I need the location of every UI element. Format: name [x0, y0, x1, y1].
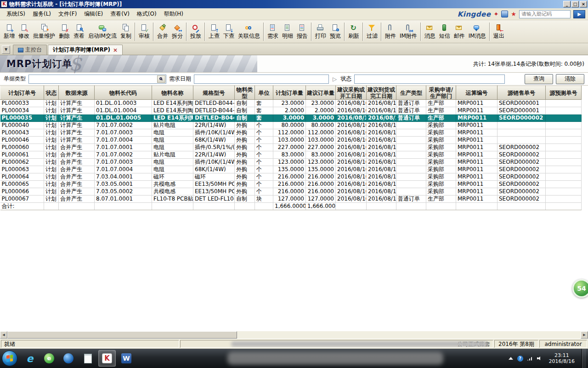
menu-item-5[interactable]: 格式(O) — [133, 9, 160, 19]
toolbar-button-new-doc[interactable]: +新增 — [2, 23, 17, 40]
toolbar-button-print[interactable]: 打印 — [313, 23, 328, 40]
toolbar-button-sms[interactable]: 短信 — [437, 23, 452, 40]
toolbar-button-audit[interactable]: ✓审核 — [137, 23, 152, 40]
mnemonic-go-button[interactable]: ▶ — [573, 10, 585, 18]
doc-type-lookup-button[interactable] — [157, 75, 165, 83]
table-row[interactable]: PL000043计划计算产生7.01.07.0003电阻插件/10K/(1/4W… — [0, 129, 582, 137]
status-input[interactable] — [354, 75, 505, 84]
toolbar-button-attachment[interactable]: 附件 — [383, 23, 398, 40]
column-header[interactable]: 建议订单量 — [306, 86, 336, 100]
menu-item-4[interactable]: 查看(V) — [107, 9, 133, 19]
toolbar-button-release[interactable]: 投放 — [188, 23, 203, 40]
taskbar-item-notepad[interactable] — [79, 350, 96, 367]
toolbar-button-report[interactable]: 报告 — [295, 23, 310, 40]
taskbar-item-ie[interactable]: e — [21, 350, 39, 367]
mnemonic-input[interactable] — [519, 10, 571, 18]
column-header[interactable]: 源销售单号 — [498, 86, 546, 100]
volume-icon[interactable] — [537, 356, 542, 361]
favorite-icon[interactable]: ★ — [511, 11, 516, 17]
column-header[interactable]: 物料类型 — [235, 86, 255, 100]
column-header[interactable]: 生产类型 — [396, 86, 426, 100]
tab-close-icon[interactable]: × — [113, 47, 118, 53]
tab-dropdown-button[interactable]: ▼ — [2, 46, 10, 54]
column-header[interactable]: 建议采购或开工日期 — [336, 86, 367, 100]
column-header[interactable]: 规格型号 — [193, 86, 235, 100]
toolbar-button-demand[interactable]: 需求 — [266, 23, 280, 40]
toolbar-button-message[interactable]: 消息 — [423, 23, 437, 40]
column-header[interactable]: 单位 — [255, 86, 273, 100]
toolbar-button-im-attachment[interactable]: IMIM附件 — [398, 23, 419, 40]
toolbar-button-trace-down[interactable]: ↓下查 — [221, 23, 236, 40]
column-header[interactable]: 状态 — [44, 86, 59, 100]
toolbar-button-split[interactable]: ↔拆分 — [170, 23, 185, 40]
column-header[interactable]: 计划订单量 — [273, 86, 306, 100]
menu-item-2[interactable]: 文件(F) — [55, 9, 80, 19]
close-button[interactable]: × — [580, 1, 587, 7]
table-row[interactable]: PL000061计划合并产生7.01.07.0002贴片电阻22R/(1/4W)… — [0, 151, 582, 159]
toolbar-button-filter[interactable]: 过滤 — [365, 23, 379, 40]
minimize-button[interactable]: _ — [563, 1, 571, 7]
clear-button[interactable]: 清除 — [556, 74, 584, 84]
toolbar-button-mail[interactable]: 邮件 — [452, 23, 467, 40]
table-row[interactable]: PL000065计划合并产生7.03.05.0001共模电感EE13/50MH … — [0, 181, 582, 188]
toolbar-button-delete[interactable]: ✗删除 — [57, 23, 72, 40]
column-header[interactable]: 物料长代码 — [95, 86, 152, 100]
network-icon[interactable] — [527, 356, 533, 361]
toolbar-button-preview[interactable]: 预览 — [328, 23, 343, 40]
column-header[interactable]: 数据来源 — [59, 86, 95, 100]
scroll-right-button[interactable]: ▶ — [581, 331, 588, 339]
tab-0[interactable]: 主控台 — [13, 45, 47, 55]
table-row[interactable]: PL000066计划合并产生7.03.05.0002共模电感EE13/50MH … — [0, 188, 582, 196]
column-header[interactable]: 源预测单号 — [546, 86, 582, 100]
taskbar-item-word[interactable]: W — [118, 350, 135, 367]
column-header[interactable]: 物料名称 — [152, 86, 193, 100]
scrollbar-thumb[interactable] — [7, 331, 237, 339]
table-row[interactable]: PL000062计划合并产生7.01.07.0003电阻插件/10K/(1/4W… — [0, 159, 582, 166]
table-row[interactable]: PL000060计划合并产生7.01.07.0001电阻插件/0.5R/1%/(… — [0, 144, 582, 151]
column-header[interactable]: 建议到货或完工日期 — [367, 86, 396, 100]
toolbar-button-batch-maintain[interactable]: *批量维护 — [31, 23, 57, 40]
toolbar-button-im-message[interactable]: IM消息 — [467, 23, 488, 40]
menu-item-1[interactable]: 服务(L) — [29, 9, 55, 19]
doc-type-combo[interactable] — [28, 75, 166, 84]
menu-item-0[interactable]: 系统(S) — [3, 9, 29, 19]
toolbar-button-view[interactable]: 查看 — [72, 23, 86, 40]
taskbar-item-kingdee[interactable]: K — [98, 350, 116, 367]
hidden-icons-arrow[interactable] — [509, 357, 513, 360]
im-status-icon[interactable] — [501, 11, 508, 17]
toolbar-button-detail[interactable]: 明细 — [280, 23, 295, 40]
taskbar-clock[interactable]: 23:11 2016/8/16 — [549, 352, 575, 364]
toolbar-button-edit[interactable]: ✎修改 — [17, 23, 31, 40]
expand-arrow-icon[interactable]: ▷ — [333, 76, 337, 82]
table-row[interactable]: PL000033计划计算产生01.DL.01.0003LED E14系列陶瓷DE… — [0, 100, 582, 107]
menu-item-3[interactable]: 编辑(E) — [80, 9, 107, 19]
table-row[interactable]: PL000063计划合并产生7.01.07.0004电阻68K/(1/4W)外购… — [0, 166, 582, 173]
menu-item-6[interactable]: 帮助(H) — [160, 9, 187, 19]
demand-date-input[interactable] — [194, 75, 329, 84]
toolbar-button-trace-up[interactable]: ↑上查 — [207, 23, 221, 40]
scrollbar-track[interactable] — [237, 331, 581, 339]
toolbar-button-copy[interactable]: 复制 — [119, 23, 133, 40]
toolbar-button-merge[interactable]: 合并 — [155, 23, 170, 40]
horizontal-scrollbar[interactable]: ◀ ▶ — [0, 331, 588, 339]
scroll-left-button[interactable]: ◀ — [0, 331, 7, 339]
column-header[interactable]: 计划订单号 — [0, 86, 44, 100]
show-desktop-button[interactable] — [582, 349, 586, 368]
taskbar-item-browser[interactable]: e — [40, 350, 58, 367]
toolbar-button-related-info[interactable]: 关联信息 — [236, 23, 262, 40]
start-button[interactable] — [2, 351, 17, 366]
taskbar-item-app[interactable] — [60, 350, 77, 367]
table-row[interactable]: PL000064计划合并产生7.03.04.0001磁环磁环外购个216.000… — [0, 173, 582, 181]
help-tray-icon[interactable] — [517, 356, 523, 362]
toolbar-button-exit[interactable]: ←退出 — [492, 23, 506, 40]
table-row[interactable]: PL000034计划计算产生01.DL.01.0004LED E14系列陶瓷DE… — [0, 107, 582, 115]
toolbar-button-im-start[interactable]: 启动IM交流 — [86, 23, 119, 40]
toolbar-button-refresh[interactable]: ↻刷新 — [346, 23, 361, 40]
table-row[interactable]: PL000035计划计算产生01.DL.01.0005LED E14系列陶瓷DE… — [0, 115, 582, 122]
tab-1[interactable]: 计划订单序时簿(MRP)× — [48, 45, 123, 55]
table-row[interactable]: PL000067计划合并产生8.07.01.0001FL10-T8 PCB贴片D… — [0, 196, 582, 203]
table-row[interactable]: PL000040计划计算产生7.01.07.0002贴片电阻22R/(1/4W)… — [0, 122, 582, 129]
floating-speedball-badge[interactable]: 54 — [572, 279, 588, 298]
table-row[interactable]: PL000046计划计算产生7.01.07.0004电阻68K/(1/4W)外购… — [0, 137, 582, 144]
query-button[interactable]: 查询 — [525, 74, 553, 84]
